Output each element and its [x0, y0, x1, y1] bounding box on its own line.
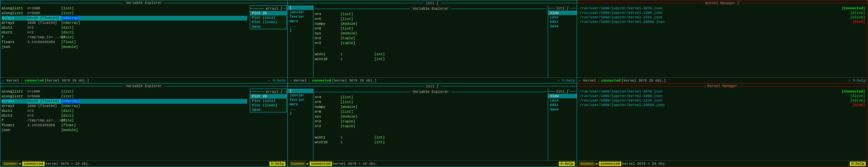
km-item[interactable]: /run/user/1000/jupyter/kernel-29580.json…: [578, 20, 866, 24]
plot2d-item[interactable]: Plot 2D: [250, 11, 286, 15]
hhelp-badge: h:help: [270, 162, 285, 166]
table-row[interactable]: wint10 1 [int]: [315, 140, 547, 145]
table-row[interactable]: dict1 n=2 [dict]: [2, 108, 247, 113]
lst-item-close[interactable]: ]: [288, 28, 313, 32]
lst-edit-item[interactable]: Edit: [548, 20, 577, 24]
table-row[interactable]: f /tmp/tmp_ls<...>de [file]: [2, 35, 247, 40]
table-row[interactable]: n=4 [list]: [315, 12, 547, 17]
lst-item-fevrier[interactable]: fevrier: [288, 14, 313, 19]
lst-item-ellipsis[interactable]: ...: [288, 24, 313, 28]
table-row-selected[interactable]: ​array1 50x50 [float64] [ndarray]: [2, 16, 247, 21]
table-row[interactable]: json [module]: [2, 128, 247, 133]
table-row[interactable]: dict1 n=2 [dict]: [2, 25, 247, 30]
lst1-left2-title: lst1 ⎛: [424, 84, 441, 88]
save-item2[interactable]: Save: [250, 108, 286, 112]
table-row[interactable]: wint1 1 [int]: [315, 52, 547, 57]
table-row[interactable]: array2 1000 [float64] [ndarray]: [2, 104, 247, 108]
km2-list: /run/user/1000/jupyter/kernel-3679.json …: [577, 89, 868, 160]
plot2d-item2[interactable]: Plot 2D: [250, 94, 286, 99]
table-row[interactable]: float1 3.14159265359 [float]: [2, 123, 247, 128]
table-row-selected[interactable]: ​array1 50x50 [float64] [ndarray]: [2, 99, 247, 104]
varex2-title-bar: Variable Explorer: [0, 84, 287, 89]
var-name: dict1: [2, 25, 27, 30]
km-path2: /run/user/1000/jupyter/kernel-29580.json: [580, 103, 664, 107]
table-row[interactable]: numpy [module]: [315, 105, 547, 109]
table-row[interactable]: dict2 n=2 [dict]: [2, 113, 247, 118]
km-item[interactable]: /run/user/1000/jupyter/kernel-1234.json …: [578, 98, 866, 103]
lst-item-janvier2[interactable]: janvier: [288, 93, 313, 98]
lst-save-item2[interactable]: Save: [548, 107, 577, 112]
lst-less-item2[interactable]: Less: [548, 98, 577, 103]
km-item[interactable]: /run/user/1000/jupyter/kernel-1234.json …: [578, 15, 866, 20]
table-row[interactable]: n=2 [tuple]: [315, 36, 547, 41]
varex-title: Variable Explorer: [123, 1, 164, 5]
table-row[interactable]: numpy [module]: [315, 22, 547, 26]
table-row[interactable]: array2 1000 [float64] [ndarray]: [2, 21, 247, 25]
kernel-info-text2: kernel 3679 > 29 obj.: [333, 162, 378, 166]
varex-table-area: alonglist1 n=1000 [list] alonglist2 n=50…: [0, 5, 287, 77]
table-row[interactable]: n=2 [tuple]: [315, 41, 547, 45]
km-item[interactable]: /run/user/1000/jupyter/kernel-3398.json …: [578, 10, 866, 15]
table-row[interactable]: alonglist2 n=5000 [list]: [2, 94, 247, 99]
plotcols-item2[interactable]: Plot (cols): [250, 99, 286, 103]
table-row[interactable]: alonglist1 n=1000 [list]: [2, 89, 247, 94]
table-row[interactable]: dict2 n=2 [dict]: [2, 30, 247, 35]
section3-row1: Kernel Manager ⎛ /run/user/1000/jupyter/…: [577, 0, 868, 84]
table-row[interactable]: n=2 [tuple]: [315, 119, 547, 124]
table-row[interactable]: sys [module]: [315, 114, 547, 119]
plotlines-item2[interactable]: Plot (lines): [250, 103, 286, 108]
lst-item-close2[interactable]: ]: [288, 111, 313, 115]
lst-item-bracket[interactable]: [: [288, 5, 313, 10]
table-row[interactable]: alonglist2 n=5000 [list]: [2, 11, 247, 16]
plotcols-item[interactable]: Plot (cols): [250, 15, 286, 20]
lst1-right2-panel: lst1 ⎛ View Less Edit Save: [548, 89, 577, 160]
array1-title-bar2: array1 ⎛: [250, 89, 286, 94]
plotlines-item[interactable]: Plot (lines): [250, 20, 286, 24]
lst-item-mars2[interactable]: mars: [288, 102, 313, 107]
km-path2: /run/user/1000/jupyter/kernel-3679.json: [580, 90, 662, 94]
lst-edit-item2[interactable]: Edit: [548, 103, 577, 107]
table-row[interactable]: n=5 [list]: [315, 17, 547, 22]
table-row[interactable]: n=4 [list]: [315, 95, 547, 100]
lst-item-fevrier2[interactable]: fevrier: [288, 98, 313, 102]
lst-item-ellipsis2[interactable]: ...: [288, 107, 313, 111]
table-row[interactable]: float1 3.14159265359 [float]: [2, 40, 247, 45]
section2-row1: lst1 ⎛ [ janvier fevrier mars ... ] Vari…: [288, 0, 577, 84]
var-name: json: [2, 128, 27, 133]
arrow-icon2: ▶: [307, 162, 309, 166]
lst-less-item[interactable]: Less: [548, 15, 577, 20]
var-value: 1000 [float64]: [27, 21, 61, 25]
km2-content: /run/user/1000/jupyter/kernel-3679.json …: [577, 89, 868, 160]
km-item[interactable]: /run/user/1000/jupyter/kernel-3398.json …: [578, 94, 866, 98]
var-value: 50x50 [float64]: [27, 16, 61, 21]
table-row[interactable]: n=0 [list]: [315, 26, 547, 31]
lst-item-janvier[interactable]: janvier: [288, 10, 313, 14]
table-row[interactable]: n=5 [list]: [315, 100, 547, 105]
km-content: /run/user/1000/jupyter/kernel-3679.json …: [577, 5, 868, 77]
table-row[interactable]: n=0 [list]: [315, 109, 547, 114]
daemon-badge: Daemon: [2, 162, 18, 166]
lst-item-mars[interactable]: mars: [288, 19, 313, 24]
km-item[interactable]: /run/user/1000/jupyter/kernel-3679.json …: [578, 89, 866, 94]
lst-view-item2[interactable]: View: [548, 94, 577, 98]
table-row[interactable]: f /tmp/tmp_al<...>de [file]: [2, 118, 247, 123]
km-item[interactable]: /run/user/1000/jupyter/kernel-3679.json …: [578, 6, 866, 10]
table-row[interactable]: alonglist1 n=1000 [list]: [2, 6, 247, 11]
varex-middle-title: Variable Explorer: [410, 7, 451, 10]
lst1-right2-title-bar: lst1 ⎛: [548, 89, 577, 94]
lst-view-item[interactable]: View: [548, 10, 577, 15]
table-row[interactable]: wint10 1 [int]: [315, 57, 547, 62]
table-row[interactable]: json [module]: [2, 45, 247, 49]
lst-item-bracket2[interactable]: [: [288, 89, 313, 93]
lst-save-item[interactable]: Save: [548, 24, 577, 29]
status-bar: ← Kernel : connected [kernel 3679 29 obj…: [0, 77, 287, 83]
km-item[interactable]: /run/user/1000/jupyter/kernel-29580.json…: [578, 103, 866, 107]
km-path2: /run/user/1000/jupyter/kernel-1234.json: [580, 99, 662, 102]
table-row[interactable]: n=2 [tuple]: [315, 124, 547, 129]
km-path: /run/user/1000/jupyter/kernel-29580.json: [580, 20, 664, 24]
var-value: n=2: [27, 30, 61, 35]
table-row[interactable]: sys [module]: [315, 31, 547, 36]
var-value: [27, 45, 61, 49]
table-row[interactable]: wint1 1 [int]: [315, 135, 547, 140]
save-item[interactable]: Save: [250, 24, 286, 29]
